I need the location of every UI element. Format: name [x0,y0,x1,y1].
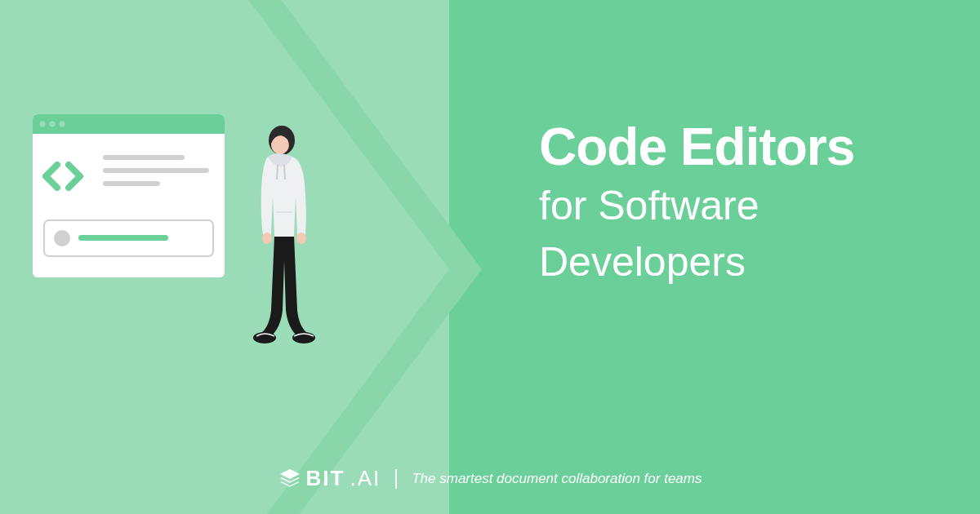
tagline: The smartest document collaboration for … [412,471,702,487]
headline: Code Editors for Software Developers [539,118,854,287]
svg-point-14 [262,233,272,244]
svg-line-18 [277,165,278,179]
brand-logo: BIT.AI [278,466,381,491]
headline-line-2: Developers [539,237,854,288]
headline-line-1: for Software [539,180,854,232]
svg-point-10 [54,230,70,246]
svg-point-3 [40,122,46,127]
svg-point-4 [50,122,56,127]
svg-rect-7 [103,168,209,173]
svg-line-19 [284,165,285,179]
svg-rect-2 [33,129,225,134]
svg-point-5 [60,122,65,127]
svg-rect-8 [103,181,160,186]
svg-rect-11 [78,235,168,241]
brand-suffix: .AI [350,466,381,491]
footer: BIT.AI The smartest document collaborati… [0,466,980,491]
svg-rect-0 [33,114,225,277]
svg-point-15 [296,233,306,244]
code-window-person-illustration [33,106,359,367]
svg-rect-6 [103,155,185,160]
stack-icon [278,467,301,490]
headline-bold: Code Editors [539,118,854,175]
brand-name: BIT [306,466,345,491]
footer-divider [395,469,397,489]
illustration-scene [33,106,359,367]
